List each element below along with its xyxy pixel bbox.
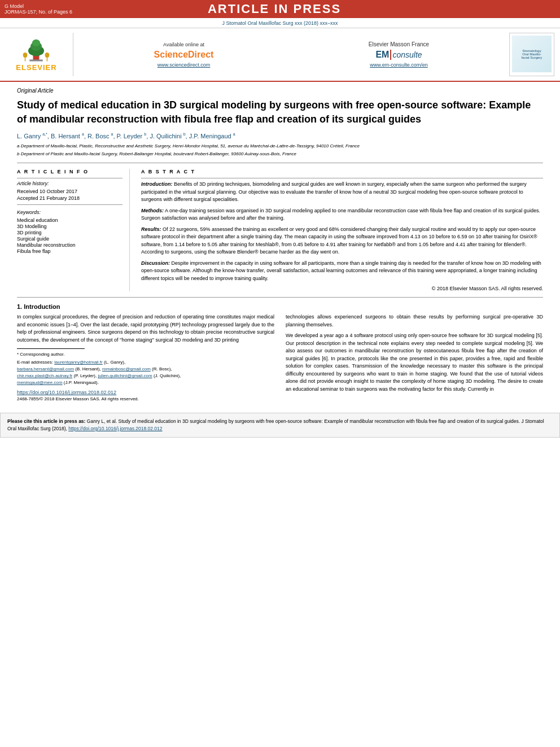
discussion-text: Despite improvement in the capacity in u… (141, 260, 541, 281)
author-meningaud: J.P. Meningaud a (189, 133, 235, 139)
doi-section: https://doi.org/10.1016/j.jormas.2018.02… (17, 390, 274, 401)
footnote-corresponding: * Corresponding author. (17, 351, 274, 358)
received-date: Received 10 October 2017 (17, 189, 123, 194)
em-bar-icon (390, 50, 391, 60)
publisher-header: ELSEVIER Available online at ScienceDire… (0, 28, 560, 82)
accepted-date: Accepted 21 February 2018 (17, 195, 123, 201)
keyword-5: Mandibular reconstruction (17, 242, 123, 248)
intro-col-left: In complex surgical procedures, the degr… (17, 313, 274, 401)
article-in-press-banner: ARTICLE IN PRESS (72, 2, 476, 16)
intro-label: Introduction: (141, 181, 173, 187)
introduction-section: 1. Introduction In complex surgical proc… (17, 303, 543, 401)
available-text: Available online at (163, 42, 204, 47)
top-bar-left: G Model JORMAS-157; No. of Pages 6 (5, 3, 72, 15)
article-title: Study of medical education in 3D surgica… (17, 98, 543, 126)
methods-label: Methods: (141, 208, 164, 213)
discussion-label: Discussion: (141, 260, 170, 266)
citation-prefix: Please cite this article in press as: (7, 418, 85, 424)
sciencedirect-section: Available online at ScienceDirect www.sc… (79, 33, 288, 76)
info-abstract-section: A R T I C L E I N F O Article history: R… (17, 169, 543, 291)
abstract-methods: Methods: A one-day training session was … (141, 207, 543, 222)
email-3[interactable]: romainbosc@gmail.com (102, 366, 151, 372)
email-6[interactable]: meningaud@mee.com (17, 380, 63, 385)
abstract-copyright: © 2018 Elsevier Masson SAS. All rights r… (141, 286, 543, 291)
citation-doi[interactable]: https://doi.org/10.1016/j.jormas.2018.02… (68, 426, 162, 431)
journal-line: J Stomatol Oral Maxillofac Surg xxx (201… (0, 18, 560, 28)
keyword-1: Medical education (17, 217, 123, 223)
article-info-heading: A R T I C L E I N F O (17, 169, 123, 174)
keyword-2: 3D Modelling (17, 224, 123, 229)
divider-2 (17, 297, 543, 298)
intro-text-left: In complex surgical procedures, the degr… (17, 313, 274, 344)
intro-section-heading: 1. Introduction (17, 303, 543, 310)
top-bar: G Model JORMAS-157; No. of Pages 6 ARTIC… (0, 0, 560, 18)
author-quilichini: J. Quilichini b, (150, 133, 187, 139)
abstract-results: Results: Of 22 surgeons, 59% assessed th… (141, 226, 543, 256)
thumbnail-image: StomatologyOral Maxillo-facial Surgery (512, 36, 552, 72)
email-4[interactable]: chir.max.plast@ch-aulnay.fr (17, 373, 72, 378)
authors: L. Ganry a,*, B. Hersant a, R. Bosc a, P… (17, 132, 543, 139)
email-5[interactable]: julien.quilichini@gmail.com (98, 373, 152, 378)
article-info-column: A R T I C L E I N F O Article history: R… (17, 169, 130, 291)
intro-col-right: technologies allows experienced surgeons… (286, 313, 543, 401)
email-2[interactable]: barbara.hersant@gmail.com (17, 366, 74, 372)
svg-rect-4 (30, 59, 43, 61)
intro-text-right-2: We developed a year ago a 4 software pro… (286, 332, 543, 393)
affiliation-a: a Department of Maxillo-facial, Plastic,… (17, 143, 543, 149)
elsevier-tree-icon (16, 38, 56, 63)
results-label: Results: (141, 226, 161, 232)
elsevier-text: ELSEVIER (16, 63, 56, 72)
email-1[interactable]: laurentganry@hotmail.fr (54, 360, 103, 365)
elsevier-logo-section: ELSEVIER (6, 33, 73, 76)
author-ganry: L. Ganry a,*, (17, 133, 49, 139)
main-content: Original Article Study of medical educat… (0, 82, 560, 407)
citation-footer: Please cite this article in press as: Ga… (0, 413, 560, 438)
abstract-heading: A B S T R A C T (141, 169, 543, 174)
em-url[interactable]: www.em-consulte.com/en (370, 62, 428, 68)
author-bosc: R. Bosc a, (88, 133, 115, 139)
em-consulte-logo: EM consulte (375, 50, 422, 60)
em-consulte-section: Elsevier Masson France EM consulte www.e… (294, 33, 504, 76)
footnote-divider (17, 348, 85, 349)
history-label: Article history: (17, 181, 123, 186)
divider-info (17, 178, 123, 178)
sciencedirect-url[interactable]: www.sciencedirect.com (158, 62, 211, 68)
svg-point-5 (23, 53, 28, 58)
author-hersant: B. Hersant a, (51, 133, 86, 139)
affiliation-b: b Department of Plastic and Maxillo-faci… (17, 151, 543, 157)
divider-keywords (17, 204, 123, 205)
svg-point-7 (45, 53, 50, 58)
introduction-body: In complex surgical procedures, the degr… (17, 313, 543, 401)
article-type: Original Article (17, 88, 543, 94)
copyright-bottom: 2468-7855/© 2018 Elsevier Masson SAS. Al… (17, 396, 274, 401)
keyword-3: 3D printing (17, 230, 123, 235)
elsevier-masson-text: Elsevier Masson France (369, 41, 429, 47)
intro-text: Benefits of 3D printing techniques, biom… (141, 181, 527, 202)
abstract-column: A B S T R A C T Introduction: Benefits o… (141, 169, 543, 291)
elsevier-logo: ELSEVIER (16, 38, 56, 72)
keyword-6: Fibula free flap (17, 248, 123, 254)
journal-thumbnail: StomatologyOral Maxillo-facial Surgery (509, 33, 554, 76)
methods-text: A one-day training session was organised… (141, 208, 540, 221)
divider-1 (17, 163, 543, 163)
keyword-4: Surgical guide (17, 236, 123, 242)
author-leyder: P. Leyder b, (117, 133, 148, 139)
sciencedirect-logo: ScienceDirect (154, 50, 214, 60)
abstract-discussion: Discussion: Despite improvement in the c… (141, 260, 543, 283)
divider-abstract (141, 178, 543, 178)
footnote-emails: E-mail addresses: laurentganry@hotmail.f… (17, 359, 274, 386)
results-text: Of 22 surgeons, 59% assessed the trainin… (141, 226, 537, 255)
keywords-label: Keywords: (17, 209, 123, 215)
svg-point-3 (32, 39, 40, 46)
intro-text-right-1: technologies allows experienced surgeons… (286, 313, 543, 329)
doi-link[interactable]: https://doi.org/10.1016/j.jormas.2018.02… (17, 390, 274, 395)
abstract-introduction: Introduction: Benefits of 3D printing te… (141, 181, 543, 204)
